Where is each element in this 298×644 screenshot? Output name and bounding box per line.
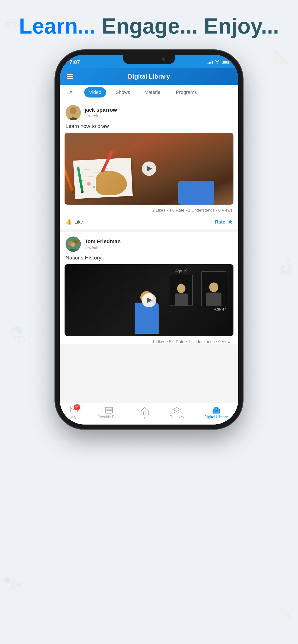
tab-shows[interactable]: Shows [111,87,135,98]
hamburger-line-1 [67,74,73,75]
post-time-2: 1 week [85,245,232,250]
doodle-6: 🔬 [276,258,295,276]
post-title-1: Learn how to draw [60,123,238,133]
svg-rect-18 [108,410,110,411]
nav-weekly-plan[interactable]: Weekly Plan [98,406,120,419]
hamburger-menu[interactable] [67,74,73,79]
hero-rest-text: Engage... Enjoy... [102,14,279,38]
svg-rect-17 [106,410,108,411]
header-title: Digital Library [128,73,170,80]
nav-courses[interactable]: Courses [170,406,184,419]
battery-icon [222,60,229,64]
svg-point-12 [74,240,78,244]
doodle-4: 📏 [278,606,293,620]
nav-weekly-label: Weekly Plan [98,415,120,419]
doodle-3: 🔭 [3,576,23,596]
signal-icon [208,60,213,64]
signal-bar-3 [210,62,211,64]
front-camera [162,58,165,61]
nav-library-label: Digital Library [204,415,228,419]
status-time: 7:07 [69,57,80,66]
content-feed[interactable]: jack sparrow 1 week Learn how to draw [60,100,238,403]
video-thumbnail-1[interactable] [65,133,233,204]
nav-courses-label: Courses [170,415,184,419]
post-header-2: Tom Friedman 1 week [60,232,238,255]
doodle-2: 📐 [273,48,291,65]
svg-rect-19 [110,410,112,411]
username-tom: Tom Friedman [85,238,232,244]
like-button-1[interactable]: 👍 Like [66,219,215,225]
nav-mail-label: Mail [70,415,77,420]
avatar-tom [66,236,81,252]
post-header-1: jack sparrow 1 week [60,100,238,123]
app-header: Digital Library [60,68,238,85]
signal-bar-1 [208,63,209,64]
svg-point-13 [71,242,75,247]
notch [123,54,175,64]
rate-button-1[interactable]: Rate ★ [215,219,232,225]
phone-device: 7:07 [55,50,243,429]
play-button-2[interactable] [142,293,156,308]
hamburger-line-3 [67,78,73,79]
star-icon-1: ★ [228,219,232,225]
tab-material[interactable]: Material [140,87,166,98]
hamburger-line-2 [67,76,73,77]
post-stats-1: 2 Likes • 4.0 Rate • 1 Understands • 0 V… [60,204,238,213]
hero-learn-text: Learn... [19,14,96,38]
wifi-icon [215,60,220,65]
signal-bar-4 [212,60,213,64]
user-info-tom: Tom Friedman 1 week [85,238,232,250]
play-triangle-icon-2 [147,297,152,303]
status-icons [208,58,229,65]
filter-tabs-bar: All Video Shows Material Programs [60,85,238,100]
play-triangle-icon [147,166,152,172]
nav-mail[interactable]: 11 Mail [70,406,78,420]
pencil-orange [65,165,74,193]
mail-badge: 11 [74,404,80,410]
post-stats-2: 1 Likes • 5.0 Rate • 1 Understands • 0 V… [60,336,238,344]
thumbs-up-icon: 👍 [66,219,72,225]
svg-point-9 [93,186,95,188]
post-card-2: Tom Friedman 1 week Nations History. Age… [60,232,238,344]
post-title-2: Nations History. [60,255,238,264]
username-jack: jack sparrow [85,107,232,113]
phone-screen: 7:07 [60,54,238,424]
post-card-1: jack sparrow 1 week Learn how to draw [60,100,238,229]
like-label-1: Like [74,219,83,225]
post-time-1: 1 week [85,114,232,118]
svg-point-1 [70,107,77,114]
user-info-jack: jack sparrow 1 week [85,107,232,118]
phone-outer-shell: 7:07 [55,50,243,429]
svg-line-3 [78,168,117,170]
bottom-navigation: 11 Mail Weekly Plan [60,403,238,424]
nav-digital-library[interactable]: Digital Library [204,406,228,419]
avatar-jack [66,105,81,120]
play-button-1[interactable] [142,162,156,176]
battery-fill [223,61,227,63]
hero-section: Learn... Engage... Enjoy... [14,14,284,38]
post-actions-1: 👍 Like Rate ★ [60,216,238,229]
doodle-5: ⚗ [7,322,27,347]
signal-bar-2 [209,62,210,64]
svg-rect-22 [215,407,218,412]
tab-video[interactable]: Video [84,87,106,98]
tab-programs[interactable]: Programs [171,87,202,98]
tab-all[interactable]: All [65,87,79,98]
svg-point-7 [87,182,91,186]
rate-label-1: Rate [215,219,225,225]
video-thumbnail-2[interactable]: Age 19 [65,264,233,336]
nav-home[interactable] [140,407,149,418]
